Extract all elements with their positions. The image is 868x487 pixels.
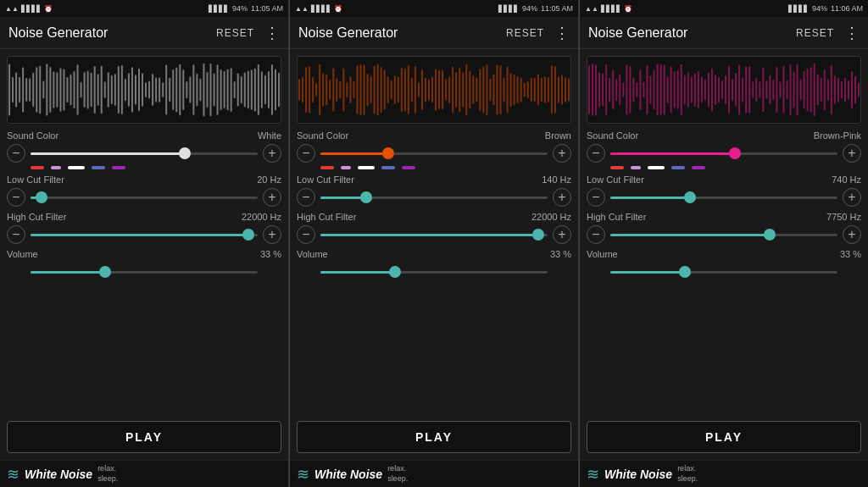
low-cut-decrease-button[interactable]: − — [297, 188, 315, 207]
color-dot-1[interactable] — [631, 166, 641, 169]
volume-fill — [610, 271, 685, 274]
sound-color-slider-row: − + — [297, 144, 571, 163]
alarm-icon: ⏰ — [44, 5, 53, 13]
volume-label: Volume — [7, 249, 38, 259]
volume-thumb[interactable] — [99, 266, 111, 278]
controls-section: Sound Color Brown-Pink − + — [580, 130, 868, 416]
volume-label-row: Volume 33 % — [587, 249, 861, 259]
sound-color-label-row: Sound Color Brown-Pink — [587, 130, 861, 141]
sound-color-decrease-button[interactable]: − — [7, 144, 25, 163]
signal-strength: ▋▋▋▋ — [209, 5, 229, 13]
sound-color-thumb[interactable] — [179, 147, 191, 159]
volume-control: Volume 33 % — [7, 249, 281, 281]
color-dot-3[interactable] — [381, 166, 395, 169]
high-cut-thumb[interactable] — [532, 229, 544, 241]
app-bar: Noise Generator RESET ⋮ — [290, 17, 578, 49]
sound-color-increase-button[interactable]: + — [843, 144, 861, 163]
status-left-icons: ▲▲ ▋▋▋▋ ⏰ — [585, 5, 632, 13]
low-cut-slider[interactable] — [320, 196, 548, 199]
color-dot-4[interactable] — [402, 166, 415, 169]
low-cut-label-row: Low Cut Filter 140 Hz — [297, 174, 571, 185]
volume-thumb[interactable] — [389, 266, 401, 278]
more-options-icon[interactable]: ⋮ — [844, 24, 860, 42]
sound-color-slider[interactable] — [320, 152, 548, 155]
volume-slider[interactable] — [31, 271, 258, 274]
low-cut-decrease-button[interactable]: − — [7, 188, 25, 207]
sound-color-label-row: Sound Color White — [7, 130, 281, 141]
low-cut-fill — [320, 196, 366, 199]
low-cut-increase-button[interactable]: + — [263, 188, 281, 207]
low-cut-increase-button[interactable]: + — [553, 188, 571, 207]
color-dot-0[interactable] — [31, 166, 44, 169]
high-cut-decrease-button[interactable]: − — [7, 225, 25, 244]
low-cut-control: Low Cut Filter 740 Hz − + — [587, 174, 861, 207]
color-preset-dots — [320, 166, 571, 169]
volume-value: 33 % — [840, 249, 861, 259]
play-button[interactable]: PLAY — [7, 421, 281, 453]
reset-button[interactable]: RESET — [216, 27, 254, 39]
app-title: Noise Generator — [588, 25, 796, 41]
high-cut-slider[interactable] — [320, 234, 548, 236]
color-dot-2[interactable] — [358, 166, 375, 169]
phone-panel-brown-pink: ▲▲ ▋▋▋▋ ⏰ ▋▋▋▋ 94% 11:06 AM Noise Genera… — [580, 0, 868, 487]
low-cut-increase-button[interactable]: + — [843, 188, 861, 207]
color-dot-1[interactable] — [51, 166, 61, 169]
low-cut-label: Low Cut Filter — [7, 174, 64, 185]
sound-color-thumb[interactable] — [729, 147, 741, 159]
high-cut-increase-button[interactable]: + — [843, 225, 861, 244]
color-dot-2[interactable] — [648, 166, 665, 169]
reset-button[interactable]: RESET — [506, 27, 544, 39]
color-preset-dots — [610, 166, 861, 169]
low-cut-thumb[interactable] — [360, 191, 372, 203]
app-bar-actions: RESET ⋮ — [216, 24, 280, 42]
waveform-display — [587, 56, 861, 124]
more-options-icon[interactable]: ⋮ — [554, 24, 570, 42]
status-bar: ▲▲ ▋▋▋▋ ⏰ ▋▋▋▋ 94% 11:05 AM — [0, 0, 288, 17]
sound-color-decrease-button[interactable]: − — [587, 144, 605, 163]
play-button[interactable]: PLAY — [297, 421, 571, 453]
volume-slider[interactable] — [610, 271, 837, 274]
low-cut-control: Low Cut Filter 20 Hz − + — [7, 174, 281, 207]
color-dot-4[interactable] — [112, 166, 125, 169]
color-dot-2[interactable] — [68, 166, 85, 169]
low-cut-slider[interactable] — [31, 196, 258, 199]
app-title: Noise Generator — [8, 25, 216, 41]
play-button[interactable]: PLAY — [587, 421, 861, 453]
color-dot-0[interactable] — [610, 166, 624, 169]
high-cut-slider[interactable] — [610, 234, 837, 236]
sound-color-control: Sound Color Brown − + — [297, 130, 571, 169]
high-cut-decrease-button[interactable]: − — [587, 225, 605, 244]
more-options-icon[interactable]: ⋮ — [264, 24, 280, 42]
color-dot-3[interactable] — [671, 166, 685, 169]
color-dot-0[interactable] — [320, 166, 334, 169]
high-cut-slider[interactable] — [31, 234, 258, 236]
high-cut-value: 22000 Hz — [242, 212, 281, 222]
volume-thumb[interactable] — [679, 266, 691, 278]
sound-color-slider[interactable] — [610, 152, 837, 155]
sound-color-decrease-button[interactable]: − — [297, 144, 315, 163]
color-dot-3[interactable] — [92, 166, 105, 169]
alarm-icon: ⏰ — [334, 5, 342, 13]
sound-color-thumb[interactable] — [382, 147, 394, 159]
high-cut-thumb[interactable] — [242, 229, 254, 241]
high-cut-decrease-button[interactable]: − — [297, 225, 315, 244]
footer-icon: ≋ — [297, 465, 309, 484]
sound-color-increase-button[interactable]: + — [553, 144, 571, 163]
high-cut-increase-button[interactable]: + — [553, 225, 571, 244]
sound-color-slider[interactable] — [31, 152, 258, 155]
reset-button[interactable]: RESET — [796, 27, 834, 39]
high-cut-thumb[interactable] — [764, 229, 776, 241]
sound-color-increase-button[interactable]: + — [263, 144, 281, 163]
volume-slider[interactable] — [320, 271, 548, 274]
footer-logo: ≋ White Noise relax. sleep. — [297, 464, 408, 484]
high-cut-slider-row: − + — [297, 225, 571, 244]
footer: ≋ White Noise relax. sleep. — [290, 460, 578, 487]
high-cut-increase-button[interactable]: + — [263, 225, 281, 244]
low-cut-decrease-button[interactable]: − — [587, 188, 605, 207]
low-cut-thumb[interactable] — [36, 191, 47, 203]
low-cut-thumb[interactable] — [684, 191, 696, 203]
play-button-container: PLAY — [290, 416, 578, 460]
low-cut-slider[interactable] — [610, 196, 837, 199]
color-dot-1[interactable] — [341, 166, 351, 169]
color-dot-4[interactable] — [692, 166, 705, 169]
